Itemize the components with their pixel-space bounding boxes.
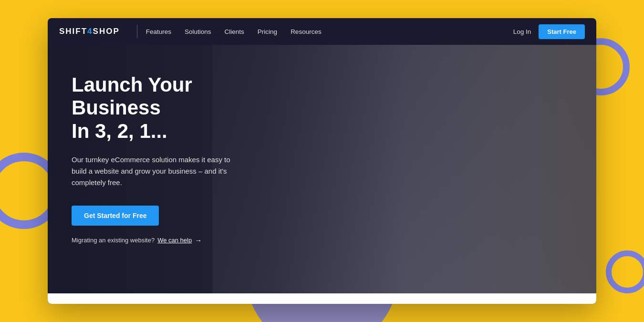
arrow-icon: → xyxy=(195,236,202,244)
hero-content: Launch Your BusinessIn 3, 2, 1... Our tu… xyxy=(48,45,305,273)
migrate-row: Migrating an existing website? We can he… xyxy=(72,236,281,244)
get-started-button[interactable]: Get Started for Free xyxy=(72,206,159,226)
ecommerce-label: eCommerce Software xyxy=(528,18,585,19)
logo-divider xyxy=(137,25,137,38)
navbar: SHIFT4SHOP Features Solutions Clients Pr… xyxy=(48,18,596,45)
nav-resources[interactable]: Resources xyxy=(291,28,322,35)
nav-right: eCommerce Software Log In Start Free xyxy=(513,24,585,39)
hero-section: Launch Your BusinessIn 3, 2, 1... Our tu… xyxy=(48,45,596,304)
logo[interactable]: SHIFT4SHOP xyxy=(59,27,120,36)
hero-subtitle: Our turnkey eCommerce solution makes it … xyxy=(72,154,243,188)
migrate-prefix: Migrating an existing website? xyxy=(72,237,155,244)
login-button[interactable]: Log In xyxy=(513,28,531,35)
nav-pricing[interactable]: Pricing xyxy=(258,28,277,35)
hero-cta-container: Get Started for Free xyxy=(72,206,281,236)
migrate-link[interactable]: We can help xyxy=(157,237,192,244)
nav-solutions[interactable]: Solutions xyxy=(185,28,211,35)
nav-features[interactable]: Features xyxy=(146,28,171,35)
bottom-bar xyxy=(48,293,596,304)
browser-window: SHIFT4SHOP Features Solutions Clients Pr… xyxy=(48,18,596,304)
decorative-circle-right-bottom xyxy=(606,250,644,293)
hero-title: Launch Your BusinessIn 3, 2, 1... xyxy=(72,73,281,143)
nav-clients[interactable]: Clients xyxy=(225,28,244,35)
logo-text: SHIFT4SHOP xyxy=(59,27,120,36)
start-free-button[interactable]: Start Free xyxy=(539,24,585,39)
nav-links: Features Solutions Clients Pricing Resou… xyxy=(146,28,513,35)
